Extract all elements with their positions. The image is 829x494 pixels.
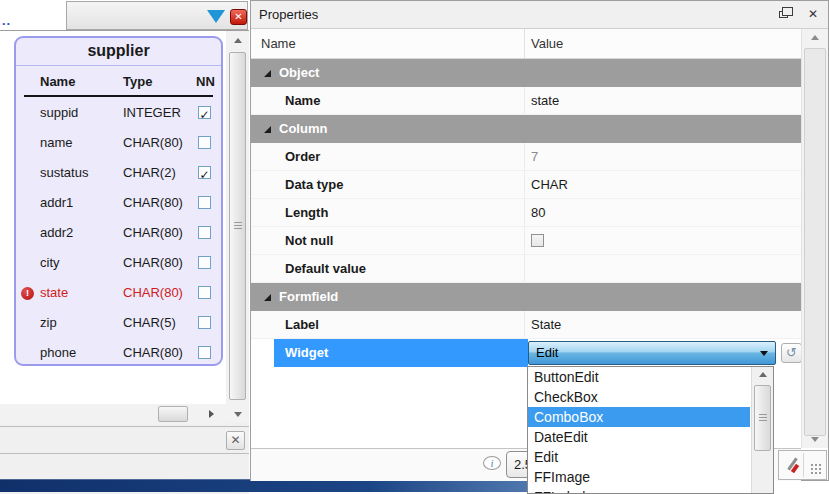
column-header-name: Name (40, 74, 75, 89)
scroll-down-icon[interactable] (802, 431, 828, 448)
row-name: city (40, 248, 60, 278)
table-row-state[interactable]: ! state CHAR(80) (16, 278, 221, 308)
truncated-tab-label: .. (2, 13, 11, 28)
supplier-entity[interactable]: supplier Name Type NN ! suppid INTEGER !… (14, 36, 223, 366)
nn-checkbox[interactable] (198, 196, 211, 209)
prop-row-widget[interactable]: Widget Edit ↺ (251, 339, 801, 367)
section-label: Column (279, 115, 327, 143)
close-button[interactable]: ✕ (230, 9, 247, 25)
scroll-up-icon[interactable] (227, 32, 248, 48)
scroll-down-icon[interactable] (227, 406, 248, 422)
column-header-nn: NN (196, 74, 215, 89)
float-window-icon[interactable] (779, 11, 788, 18)
header-underline (24, 95, 213, 97)
table-row-name[interactable]: ! name CHAR(80) (16, 128, 221, 158)
row-name: sustatus (40, 158, 88, 188)
column-divider (524, 171, 525, 198)
find-bar: ✕ (0, 426, 249, 454)
info-icon[interactable]: i (483, 456, 501, 470)
row-type: CHAR(80) (123, 128, 183, 158)
column-divider[interactable] (524, 29, 525, 58)
prop-row-order[interactable]: Order 7 (251, 143, 801, 171)
prop-label: Data type (285, 171, 344, 198)
prop-row-length[interactable]: Length 80 (251, 199, 801, 227)
dropdown-item-dateedit[interactable]: DateEdit (528, 427, 750, 447)
prop-label: Order (285, 143, 320, 170)
table-row-phone[interactable]: ! phone CHAR(80) (16, 338, 221, 368)
collapse-triangle-icon[interactable] (264, 126, 271, 133)
prop-row-data-type[interactable]: Data type CHAR (251, 171, 801, 199)
dropdown-triangle-icon[interactable] (207, 10, 225, 23)
prop-row-default-value[interactable]: Default value (251, 255, 801, 283)
nn-checkbox[interactable] (198, 256, 211, 269)
widget-combobox[interactable]: Edit (528, 341, 776, 365)
nn-checkbox[interactable] (198, 136, 211, 149)
collapse-triangle-icon[interactable] (264, 294, 271, 301)
nn-checkbox[interactable] (198, 226, 211, 239)
scroll-right-icon[interactable] (202, 404, 220, 424)
nn-checkbox[interactable] (198, 316, 211, 329)
section-column[interactable]: Column (251, 115, 801, 143)
combobox-value: Edit (536, 342, 558, 364)
section-object[interactable]: Object (251, 59, 801, 87)
row-type: CHAR(2) (123, 158, 176, 188)
section-label: Object (279, 59, 319, 87)
prop-value[interactable]: State (531, 311, 561, 338)
nn-checkbox[interactable] (198, 106, 211, 119)
table-row-suppid[interactable]: ! suppid INTEGER (16, 98, 221, 128)
diagram-horizontal-scrollbar[interactable] (0, 404, 226, 424)
row-name: zip (40, 308, 57, 338)
panel-close-icon[interactable]: ✕ (808, 7, 818, 22)
dropdown-item-combobox[interactable]: ComboBox (528, 407, 750, 427)
not-null-checkbox[interactable] (531, 234, 544, 247)
prop-label: Name (285, 87, 320, 114)
nn-checkbox[interactable] (198, 346, 211, 359)
diagram-vertical-scrollbar[interactable] (227, 32, 248, 422)
widget-dropdown-list: ButtonEdit CheckBox ComboBox DateEdit Ed… (527, 366, 774, 494)
prop-value[interactable]: state (531, 87, 559, 114)
prop-label: Not null (285, 227, 333, 254)
table-row-city[interactable]: ! city CHAR(80) (16, 248, 221, 278)
properties-vertical-scrollbar[interactable] (801, 29, 828, 448)
scrollbar-thumb[interactable] (229, 52, 246, 400)
table-row-addr1[interactable]: ! addr1 CHAR(80) (16, 188, 221, 218)
header-name: Name (261, 29, 296, 58)
revert-button[interactable]: ↺ (781, 343, 802, 363)
table-row-addr2[interactable]: ! addr2 CHAR(80) (16, 218, 221, 248)
scroll-up-icon[interactable] (752, 367, 773, 382)
findbar-close-button[interactable]: ✕ (226, 431, 245, 450)
chevron-down-icon[interactable] (760, 351, 768, 356)
row-type: CHAR(80) (123, 248, 183, 278)
dropdown-scrollbar[interactable] (751, 367, 773, 493)
toolbar-bar: ✕ (66, 1, 248, 30)
wrench-icon[interactable] (785, 456, 799, 474)
nn-checkbox[interactable] (198, 166, 211, 179)
dropdown-item-buttonedit[interactable]: ButtonEdit (528, 367, 750, 387)
table-row-zip[interactable]: ! zip CHAR(5) (16, 308, 221, 338)
row-type: CHAR(80) (123, 278, 183, 308)
resize-grip[interactable] (810, 463, 823, 476)
prop-row-not-null[interactable]: Not null (251, 227, 801, 255)
section-formfield[interactable]: Formfield (251, 283, 801, 311)
dropdown-item-edit[interactable]: Edit (528, 447, 750, 467)
entity-title: supplier (16, 42, 221, 60)
dropdown-item-ffimage[interactable]: FFImage (528, 467, 750, 487)
nn-checkbox[interactable] (198, 286, 211, 299)
scroll-up-icon[interactable] (802, 29, 828, 46)
prop-label: Widget (285, 339, 328, 367)
prop-value[interactable]: CHAR (531, 171, 568, 198)
dropdown-item-checkbox[interactable]: CheckBox (528, 387, 750, 407)
table-row-sustatus[interactable]: ! sustatus CHAR(2) (16, 158, 221, 188)
row-name: phone (40, 338, 76, 368)
prop-value[interactable]: 80 (531, 199, 545, 226)
collapse-triangle-icon[interactable] (264, 70, 271, 77)
prop-row-name[interactable]: Name state (251, 87, 801, 115)
column-divider (524, 199, 525, 226)
dropdown-item-fflabel[interactable]: FFLabel (528, 487, 750, 494)
scrollbar-thumb[interactable] (158, 406, 188, 422)
scrollbar-thumb[interactable] (754, 385, 771, 451)
prop-row-label[interactable]: Label State (251, 311, 801, 339)
section-label: Formfield (279, 283, 338, 311)
scrollbar-thumb[interactable] (804, 48, 826, 436)
row-type: CHAR(5) (123, 308, 176, 338)
